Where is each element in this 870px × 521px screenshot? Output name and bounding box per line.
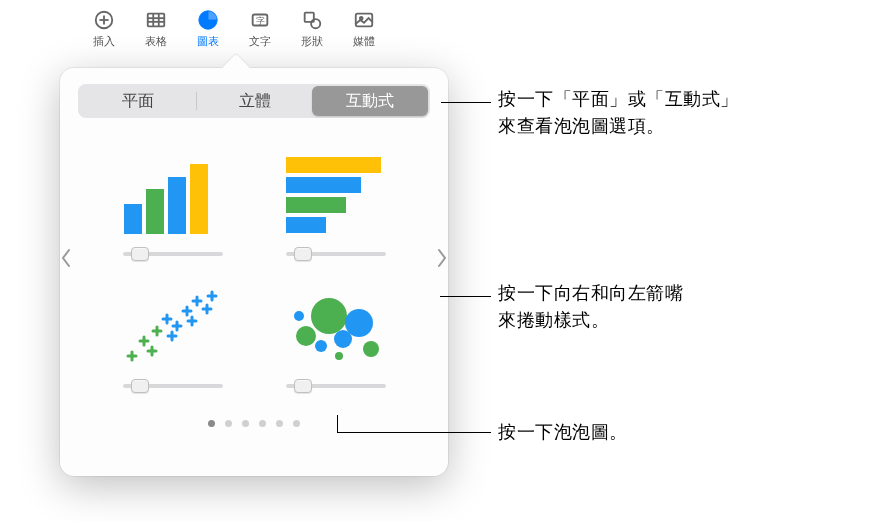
page-dot[interactable] xyxy=(208,420,215,427)
toolbar-insert[interactable]: 插入 xyxy=(92,8,116,49)
chevron-right-icon xyxy=(436,248,448,268)
svg-point-49 xyxy=(311,298,347,334)
shape-icon xyxy=(300,8,324,32)
callout-arrows: 按一下向右和向左箭嘴 來捲動樣式。 xyxy=(498,280,683,334)
svg-point-50 xyxy=(315,340,327,352)
svg-point-55 xyxy=(335,352,343,360)
svg-point-53 xyxy=(363,341,379,357)
svg-rect-22 xyxy=(286,197,346,213)
page-indicator xyxy=(78,420,430,427)
chart-option-vertical-bar[interactable] xyxy=(106,144,239,256)
segment-3d[interactable]: 立體 xyxy=(197,86,313,116)
page-dot[interactable] xyxy=(293,420,300,427)
toolbar-table-label: 表格 xyxy=(145,34,167,49)
chart-slider[interactable] xyxy=(123,252,223,256)
toolbar-text[interactable]: 字 文字 xyxy=(248,8,272,49)
chart-option-horizontal-bar[interactable] xyxy=(269,144,402,256)
callout-bubble: 按一下泡泡圖。 xyxy=(498,419,628,446)
vertical-bar-preview xyxy=(113,144,233,244)
page-dot[interactable] xyxy=(276,420,283,427)
toolbar-insert-label: 插入 xyxy=(93,34,115,49)
svg-point-52 xyxy=(345,309,373,337)
toolbar-table[interactable]: 表格 xyxy=(144,8,168,49)
table-icon xyxy=(144,8,168,32)
svg-rect-16 xyxy=(146,189,164,234)
prev-style-arrow[interactable] xyxy=(54,238,78,278)
chart-type-segmented: 平面 立體 互動式 xyxy=(78,84,430,118)
svg-rect-20 xyxy=(286,157,381,173)
segment-flat[interactable]: 平面 xyxy=(80,86,196,116)
scatter-preview xyxy=(113,276,233,376)
chevron-left-icon xyxy=(60,248,72,268)
chart-slider[interactable] xyxy=(286,384,386,388)
svg-rect-18 xyxy=(190,164,208,234)
chart-slider[interactable] xyxy=(123,384,223,388)
svg-rect-23 xyxy=(286,217,326,233)
chart-icon xyxy=(196,8,220,32)
toolbar-shape[interactable]: 形狀 xyxy=(300,8,324,49)
chart-option-scatter[interactable] xyxy=(106,276,239,388)
bubble-preview xyxy=(276,276,396,376)
toolbar-shape-label: 形狀 xyxy=(301,34,323,49)
chart-option-bubble[interactable] xyxy=(269,276,402,388)
media-icon xyxy=(352,8,376,32)
svg-rect-15 xyxy=(124,204,142,234)
svg-rect-3 xyxy=(148,14,165,27)
insert-icon xyxy=(92,8,116,32)
next-style-arrow[interactable] xyxy=(430,238,454,278)
svg-point-48 xyxy=(296,326,316,346)
text-icon: 字 xyxy=(248,8,272,32)
toolbar-text-label: 文字 xyxy=(249,34,271,49)
chart-popover: 平面 立體 互動式 xyxy=(60,68,448,476)
toolbar-media[interactable]: 媒體 xyxy=(352,8,376,49)
toolbar-media-label: 媒體 xyxy=(353,34,375,49)
horizontal-bar-preview xyxy=(276,144,396,244)
toolbar: 插入 表格 圖表 字 文字 形狀 媒體 xyxy=(0,0,870,55)
svg-rect-21 xyxy=(286,177,361,193)
page-dot[interactable] xyxy=(225,420,232,427)
svg-rect-17 xyxy=(168,177,186,234)
toolbar-chart[interactable]: 圖表 xyxy=(196,8,220,49)
chart-slider[interactable] xyxy=(286,252,386,256)
toolbar-chart-label: 圖表 xyxy=(197,34,219,49)
segment-interactive[interactable]: 互動式 xyxy=(312,86,428,116)
svg-point-54 xyxy=(294,311,304,321)
chart-style-grid xyxy=(78,118,430,398)
svg-text:字: 字 xyxy=(256,16,265,26)
svg-point-12 xyxy=(311,19,320,28)
page-dot[interactable] xyxy=(259,420,266,427)
page-dot[interactable] xyxy=(242,420,249,427)
callout-tabs: 按一下「平面」或「互動式」 來查看泡泡圖選項。 xyxy=(498,86,739,140)
